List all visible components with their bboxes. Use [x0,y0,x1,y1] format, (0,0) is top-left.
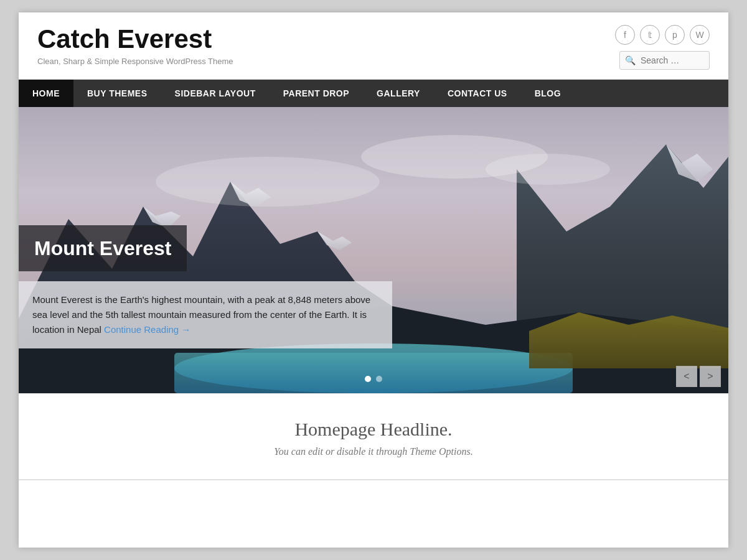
search-input[interactable] [641,52,709,69]
pinterest-icon[interactable]: p [665,25,685,45]
site-branding: Catch Everest Clean, Sharp & Simple Resp… [37,25,233,66]
continue-reading-link[interactable]: Continue Reading → [104,324,190,335]
nav-link-contact-us[interactable]: CONTACT US [434,80,521,107]
facebook-icon[interactable]: f [615,25,635,45]
slider-next-button[interactable]: > [700,366,721,387]
nav-item-contact-us[interactable]: CONTACT US [434,80,521,107]
hero-slider: Mount Everest Mount Everest is the Earth… [19,107,728,393]
nav-link-home[interactable]: HOME [19,80,73,107]
nav-link-buy-themes[interactable]: BUY THEMES [73,80,161,107]
slider-dots [365,376,382,382]
nav-link-parent-drop[interactable]: PARENT DROP [270,80,363,107]
slide-caption-title: Mount Everest [19,225,187,271]
svg-point-12 [486,154,610,185]
twitter-icon[interactable]: 𝕥 [640,25,660,45]
social-icons: f 𝕥 p W [615,25,710,45]
site-header: Catch Everest Clean, Sharp & Simple Resp… [19,12,728,80]
header-right: f 𝕥 p W 🔍 [615,25,710,70]
nav-link-sidebar-layout[interactable]: SIDEBAR LAYOUT [161,80,270,107]
search-form[interactable]: 🔍 [619,51,710,70]
bottom-section [19,480,728,517]
nav-link-blog[interactable]: BLOG [521,80,575,107]
nav-item-sidebar-layout[interactable]: SIDEBAR LAYOUT [161,80,270,107]
site-description: Clean, Sharp & Simple Responsive WordPre… [37,57,233,66]
slide-title[interactable]: Mount Everest [34,236,171,260]
slide-body-text: Mount Everest is the Earth's highest mou… [32,292,378,337]
slide-body-content: Mount Everest is the Earth's highest mou… [32,294,370,335]
nav-item-home[interactable]: HOME [19,80,73,107]
nav-item-parent-drop[interactable]: PARENT DROP [270,80,363,107]
slider-dot-2[interactable] [376,376,382,382]
nav-item-gallery[interactable]: GALLERY [363,80,434,107]
slide-caption-body: Mount Everest is the Earth's highest mou… [19,281,392,348]
homepage-headline-section: Homepage Headline. You can edit or disab… [19,393,728,480]
nav-menu: HOME BUY THEMES SIDEBAR LAYOUT PARENT DR… [19,80,728,107]
svg-rect-9 [174,353,573,393]
slider-dot-1[interactable] [365,376,371,382]
homepage-headline-title: Homepage Headline. [31,419,716,440]
search-icon: 🔍 [620,52,641,69]
nav-item-buy-themes[interactable]: BUY THEMES [73,80,161,107]
page-wrapper: Catch Everest Clean, Sharp & Simple Resp… [19,12,728,548]
slider-prev-button[interactable]: < [676,366,697,387]
svg-point-13 [156,157,380,207]
nav-item-blog[interactable]: BLOG [521,80,575,107]
nav-link-gallery[interactable]: GALLERY [363,80,434,107]
site-title[interactable]: Catch Everest [37,25,233,54]
homepage-headline-subtitle: You can edit or disable it through Theme… [31,446,716,457]
wordpress-icon[interactable]: W [690,25,710,45]
site-nav: HOME BUY THEMES SIDEBAR LAYOUT PARENT DR… [19,80,728,107]
